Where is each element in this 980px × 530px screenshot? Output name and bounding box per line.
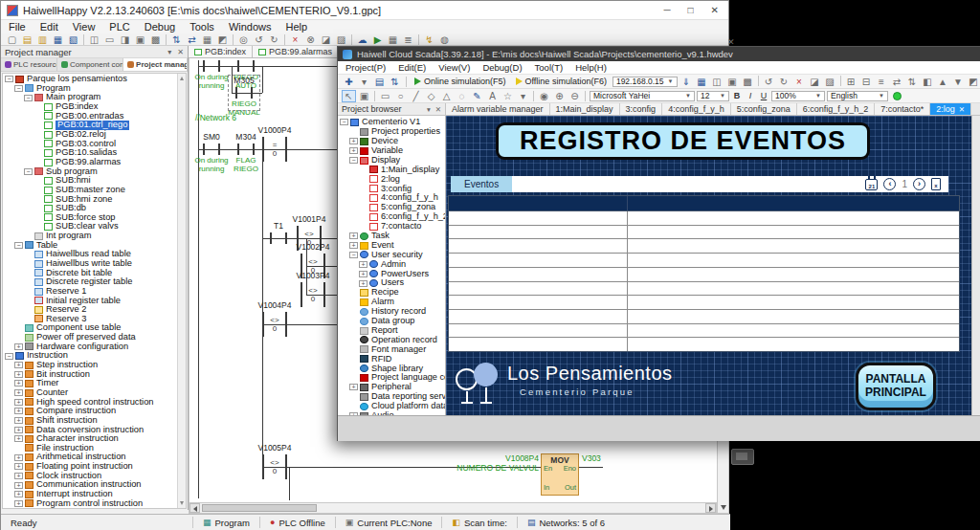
same-size-icon[interactable]: ◧ bbox=[921, 76, 935, 88]
close-icon[interactable]: ✕ bbox=[711, 5, 719, 15]
tree-item[interactable]: +PowerUsers bbox=[338, 269, 445, 278]
tree-item[interactable]: +Event bbox=[338, 241, 445, 251]
tree-item[interactable]: −Sub program bbox=[3, 166, 186, 176]
screen-tab[interactable]: 1:Main_display bbox=[550, 103, 620, 115]
tree-item[interactable]: 6:config_f_y_h_2 bbox=[338, 212, 445, 222]
screen-tab[interactable]: 3:config bbox=[620, 103, 663, 115]
sync-icon[interactable]: ⇅ bbox=[388, 76, 402, 88]
tree-item[interactable]: Alarm bbox=[338, 298, 445, 307]
save-icon[interactable]: ▦ bbox=[51, 33, 65, 46]
screen-tab[interactable]: 7:contacto* bbox=[875, 103, 930, 115]
save-all-icon[interactable]: ▧ bbox=[66, 33, 80, 46]
tree-expander-icon[interactable]: − bbox=[14, 242, 23, 249]
pantalla-principal-button[interactable]: PANTALLA PRINCIPAL bbox=[856, 363, 936, 410]
monitor-icon[interactable]: ▦ bbox=[200, 33, 214, 46]
tree-item[interactable]: +Step instruction bbox=[3, 361, 186, 370]
copy-icon[interactable]: ◪ bbox=[319, 33, 333, 46]
tree-item[interactable]: +Character instruction bbox=[3, 434, 186, 444]
tree-item[interactable]: −Parque los pensamientos bbox=[3, 75, 186, 84]
tree-item[interactable]: SUB:master zone bbox=[3, 186, 186, 195]
shape-dropdown-icon[interactable]: ▾ bbox=[516, 90, 530, 102]
screen-tab[interactable]: 5:config_zona bbox=[731, 103, 797, 115]
tree-expander-icon[interactable]: + bbox=[349, 384, 358, 390]
event-table-row[interactable] bbox=[449, 324, 959, 339]
distribute-h-icon[interactable]: ⇄ bbox=[890, 76, 904, 88]
tree-item[interactable]: RFID bbox=[338, 354, 445, 364]
grid-icon[interactable]: ▦ bbox=[386, 33, 400, 46]
mov-instruction-box[interactable]: MOVEnEnoInOut bbox=[541, 453, 579, 496]
tree-expander-icon[interactable]: − bbox=[349, 252, 358, 258]
tree-item[interactable]: History record bbox=[338, 307, 445, 317]
export-file-icon[interactable]: x bbox=[931, 178, 941, 190]
menu-item[interactable]: Tools bbox=[189, 21, 214, 33]
redo-icon[interactable]: ↻ bbox=[777, 76, 791, 88]
export-icon[interactable]: ▩ bbox=[148, 33, 163, 46]
tree-item[interactable]: 1:Main_display bbox=[338, 165, 445, 174]
tree-item[interactable]: 4:config_f_y_h bbox=[338, 193, 445, 203]
tree-item[interactable]: +Peripheral bbox=[338, 383, 445, 392]
menu-item[interactable]: Tool(T) bbox=[535, 62, 564, 73]
screen-tab[interactable]: 2:log✕ bbox=[930, 103, 971, 115]
tree-item[interactable]: File instruction bbox=[3, 444, 186, 453]
align-right-icon[interactable]: ⊟ bbox=[859, 76, 874, 88]
star-tool-icon[interactable]: ☆ bbox=[501, 90, 515, 102]
cloud-icon[interactable]: ☁ bbox=[355, 33, 369, 46]
menu-item[interactable]: Help bbox=[286, 21, 308, 33]
menu-item[interactable]: Project(P) bbox=[345, 62, 386, 73]
tree-item[interactable]: SUB:db bbox=[3, 204, 186, 213]
tree-item[interactable]: −Instruction bbox=[3, 351, 186, 361]
tree-item[interactable]: 7:contacto bbox=[338, 222, 445, 232]
tree-item[interactable]: +Admin bbox=[338, 259, 445, 269]
delete-icon[interactable]: × bbox=[288, 33, 302, 46]
next-page-icon[interactable]: › bbox=[913, 178, 925, 190]
menu-item[interactable]: File bbox=[9, 21, 26, 33]
open-icon[interactable]: ▤ bbox=[20, 33, 34, 46]
event-table-row[interactable] bbox=[449, 282, 959, 297]
download-icon[interactable]: ⇓ bbox=[679, 76, 694, 88]
preview-icon[interactable]: ◨ bbox=[118, 33, 132, 46]
tree-expander-icon[interactable]: + bbox=[14, 417, 23, 424]
tab-plc-resources[interactable]: PLC resources bbox=[1, 58, 57, 71]
tree-item[interactable]: +Variable bbox=[338, 146, 445, 156]
tree-item[interactable]: +Hardware configuration bbox=[3, 342, 186, 352]
power-icon[interactable]: ↯ bbox=[422, 33, 436, 46]
align-left-icon[interactable]: ⊞ bbox=[844, 76, 858, 88]
tree-item[interactable]: Data reporting server bbox=[338, 392, 445, 402]
tree-item[interactable]: +Timer bbox=[3, 379, 186, 388]
tree-item[interactable]: Project language center bbox=[338, 373, 445, 383]
event-table-row[interactable] bbox=[449, 239, 959, 254]
tree-item[interactable]: Int program bbox=[3, 232, 186, 241]
event-table-row[interactable] bbox=[449, 268, 959, 282]
pen-tool-icon[interactable]: ✎ bbox=[470, 90, 484, 102]
run-icon[interactable]: ▶ bbox=[370, 33, 385, 46]
editor-tab[interactable]: PGB:99.alarmas bbox=[253, 46, 339, 57]
menu-item[interactable]: PLC bbox=[109, 21, 129, 33]
tree-expander-icon[interactable]: − bbox=[5, 353, 13, 360]
copy-icon[interactable]: ◪ bbox=[808, 76, 822, 88]
screens-icon[interactable]: ▦ bbox=[695, 76, 709, 88]
maximize-icon[interactable]: □ bbox=[688, 5, 694, 15]
editor-tab[interactable]: PGB:index bbox=[189, 46, 253, 57]
tree-item[interactable]: 5:config_zona bbox=[338, 203, 445, 212]
tree-item[interactable]: Recipe bbox=[338, 288, 445, 298]
tree-expander-icon[interactable]: + bbox=[359, 271, 368, 277]
ladder-contact[interactable] bbox=[237, 60, 255, 72]
tree-item[interactable]: Project properties bbox=[338, 127, 445, 137]
bold-button[interactable]: B bbox=[731, 90, 743, 101]
tab-project-manager[interactable]: Project manager bbox=[123, 58, 188, 71]
tree-expander-icon[interactable]: − bbox=[5, 76, 13, 82]
send-back-icon[interactable]: ▼ bbox=[951, 76, 966, 88]
horizontal-scrollbar[interactable] bbox=[189, 502, 717, 514]
tree-item[interactable]: SUB:hmi zone bbox=[3, 194, 186, 204]
ladder-contact[interactable] bbox=[237, 144, 255, 155]
cut-icon[interactable]: ⊗ bbox=[303, 33, 318, 46]
tree-expander-icon[interactable]: + bbox=[14, 343, 23, 350]
tree-item[interactable]: +High speed control instruction bbox=[3, 397, 186, 407]
tree-item[interactable]: Haiwellbus write table bbox=[3, 259, 186, 269]
italic-button[interactable]: I bbox=[745, 90, 756, 101]
event-table-row[interactable] bbox=[449, 226, 959, 240]
find-icon[interactable]: ◎ bbox=[236, 33, 251, 46]
menu-item[interactable]: Help(H) bbox=[575, 62, 607, 73]
menu-item[interactable]: View bbox=[73, 21, 96, 33]
underline-button[interactable]: U bbox=[758, 90, 769, 101]
